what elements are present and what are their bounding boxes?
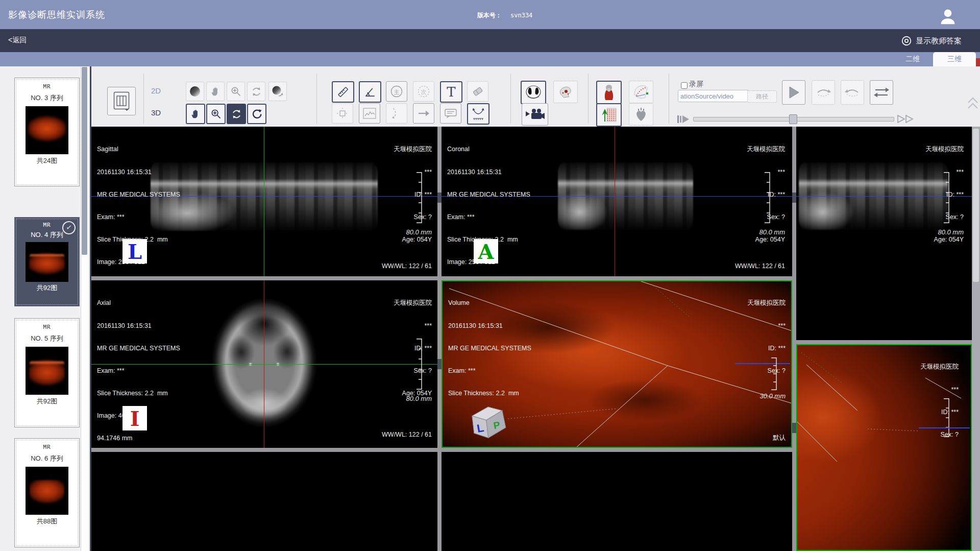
series-thumbnail: [26, 467, 68, 515]
viewport-volume[interactable]: Volume 20161130 16:15:31 MR GE MEDICAL S…: [442, 280, 792, 448]
play-icon: [787, 85, 800, 100]
layout-button[interactable]: [107, 87, 136, 115]
viewport-partial-bottom[interactable]: 天堰模拟医院 *** ID: *** Sex: ?: [796, 344, 972, 551]
orientation-cube[interactable]: L P: [467, 401, 510, 441]
splitter-handle[interactable]: [437, 359, 442, 369]
user-icon[interactable]: [938, 7, 958, 27]
patient-info-left: Volume 20161130 16:15:31 MR GE MEDICAL S…: [448, 284, 531, 412]
skull-view-button[interactable]: [553, 81, 578, 103]
tab-2d[interactable]: 二维: [897, 52, 928, 66]
collapse-toolbar-chevron-icon[interactable]: [967, 96, 979, 113]
info-line: 20161130 16:15:31: [97, 169, 180, 176]
series-card-6[interactable]: MR NO. 6 序列 共88图: [14, 438, 80, 547]
rotate-3d-button-selected[interactable]: [227, 104, 246, 124]
version-value: svn334: [510, 12, 532, 19]
fast-forward-icon[interactable]: [897, 115, 916, 123]
video-path-input[interactable]: [678, 90, 749, 102]
reset-rotation-button[interactable]: [247, 104, 266, 124]
viewport-partial-bottom-middle[interactable]: [442, 452, 792, 551]
vertical-splitter-1[interactable]: [437, 127, 442, 551]
rotate-2d-button[interactable]: [247, 82, 265, 101]
splitter-handle[interactable]: [437, 193, 442, 203]
viewport-scrollbar-thumb[interactable]: [973, 129, 979, 282]
sagittal-image: [151, 162, 378, 231]
info-line: MR GE MEDICAL SYSTEMS: [448, 345, 531, 352]
knee-view-button[interactable]: [596, 81, 622, 104]
info-line: Sex: ?: [747, 367, 786, 375]
lungs-view-button[interactable]: [521, 81, 546, 104]
record-screen-checkbox[interactable]: [681, 82, 688, 89]
back-button[interactable]: <返回: [8, 36, 27, 45]
pan-2d-button[interactable]: [206, 82, 225, 101]
viewport-partial-top[interactable]: 天堰模拟医院 *** ID: *** Sex: ? Age: 054Y 80.0…: [796, 127, 972, 340]
eraser-button[interactable]: [467, 81, 488, 102]
info-line: ID: ***: [394, 191, 432, 199]
sidebar-scrollbar-thumb[interactable]: [82, 67, 87, 255]
profile-curve-button[interactable]: [359, 103, 380, 124]
viewport-coronal[interactable]: Coronal 20161130 16:15:31 MR GE MEDICAL …: [442, 127, 792, 276]
angle-measure-button[interactable]: [359, 81, 381, 103]
text-annotation-button[interactable]: T: [440, 81, 462, 103]
record-screen-label: 录屏: [689, 80, 703, 89]
zoom-3d-button[interactable]: [206, 104, 226, 124]
primary-circle-tool-button[interactable]: 主: [386, 81, 407, 102]
rotate-cw-icon: [815, 86, 831, 99]
render-preset-label[interactable]: 默认: [773, 434, 786, 442]
horizontal-splitter-1[interactable]: [91, 276, 792, 280]
rotate-icon: [251, 86, 262, 98]
series-modality: MR: [15, 83, 79, 90]
splitter-handle[interactable]: [792, 193, 796, 203]
scale-label: 80.0 mm: [759, 228, 785, 236]
length-measure-button[interactable]: [332, 81, 354, 103]
tab-3d[interactable]: 三维: [933, 52, 976, 66]
info-line: Exam: ***: [447, 213, 530, 221]
info-line: Slice Thickness: 2.2 mm: [448, 390, 531, 397]
pan-3d-button[interactable]: [186, 104, 205, 124]
rotate-cw-button[interactable]: [812, 80, 835, 105]
export-video-button[interactable]: [522, 103, 548, 126]
curve-ruler-icon: [471, 107, 485, 121]
series-card-3[interactable]: MR NO. 3 序列 共24图: [14, 78, 80, 186]
rotate-ccw-button[interactable]: [841, 80, 864, 105]
rotation-slider-thumb[interactable]: [789, 114, 797, 124]
show-teacher-answer-button[interactable]: 显示教师答案: [901, 35, 962, 46]
window-level-reset-button[interactable]: [268, 82, 287, 101]
secondary-circle-tool-button[interactable]: 次: [413, 81, 434, 102]
viewport-partial-bottom-left[interactable]: [91, 452, 437, 551]
limb-path-button[interactable]: [629, 81, 653, 103]
splitter-handle[interactable]: [792, 423, 796, 433]
arc-measure-button[interactable]: [386, 103, 407, 124]
mode-2d-label: 2D: [151, 86, 161, 95]
segmentation-icon: [601, 107, 617, 123]
segmentation-button[interactable]: [596, 103, 622, 127]
viewport-sagittal[interactable]: Sagittal 20161130 16:15:31 MR GE MEDICAL…: [91, 127, 437, 276]
vertical-splitter-2[interactable]: [792, 127, 796, 551]
scale-label: 80.0 mm: [938, 228, 964, 236]
heart-view-button[interactable]: [629, 103, 653, 126]
orientation-marker: L: [122, 239, 147, 263]
zoom-in-icon: [230, 86, 242, 98]
info-line: Sex: ?: [920, 431, 959, 439]
play-button[interactable]: [782, 80, 805, 105]
window-level-2d-button[interactable]: [186, 82, 204, 101]
series-card-5[interactable]: MR NO. 5 序列 共92图: [14, 318, 80, 427]
roi-box-button[interactable]: [332, 103, 353, 124]
arrow-annotation-button[interactable]: [413, 103, 434, 124]
viewport-axial[interactable]: Axial 20161130 16:15:31 MR GE MEDICAL SY…: [91, 280, 437, 448]
swap-direction-button[interactable]: [870, 80, 893, 105]
path-button[interactable]: 路径: [747, 90, 777, 103]
info-line: Age: 054Y: [925, 236, 964, 244]
info-line: 20161130 16:15:31: [447, 169, 530, 176]
angle-icon: [363, 85, 377, 99]
roi-crosshair-icon: [336, 107, 349, 120]
info-line: ID: ***: [920, 409, 959, 416]
scale-label: 80.0 mm: [406, 228, 432, 236]
info-line: 天堰模拟医院: [747, 299, 786, 307]
series-card-4-selected[interactable]: ✓ MR NO. 4 序列 共92图: [14, 217, 80, 306]
zoom-2d-button[interactable]: [227, 82, 245, 101]
primary-circle-icon: 主: [389, 84, 404, 99]
horizontal-splitter-2[interactable]: [91, 448, 792, 452]
horizontal-splitter-right-column[interactable]: [796, 340, 972, 344]
curve-measure-button[interactable]: [467, 103, 489, 125]
comment-button[interactable]: [440, 103, 461, 124]
